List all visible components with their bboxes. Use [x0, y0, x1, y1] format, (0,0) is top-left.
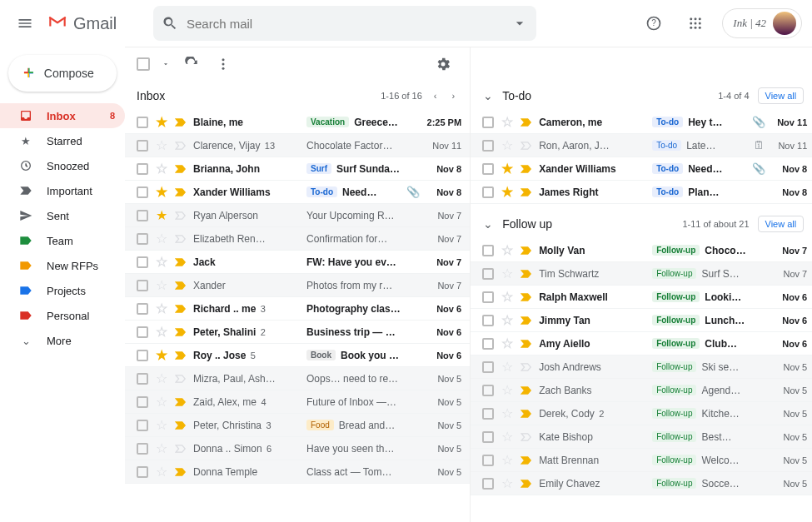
star-icon[interactable]: ☆: [501, 452, 514, 468]
mail-row[interactable]: ☆Peter, Shalini 2Business trip — H…Nov 6: [125, 321, 470, 344]
apps-icon[interactable]: [680, 8, 710, 38]
star-icon[interactable]: ☆: [155, 277, 168, 293]
mail-row[interactable]: ★Roy .. Jose 5BookBook you r…Nov 6: [125, 344, 470, 367]
star-icon[interactable]: ☆: [155, 254, 168, 270]
mail-row[interactable]: ☆Derek, Cody 2Follow-upKitche…Nov 5: [471, 402, 812, 425]
importance-icon[interactable]: [175, 350, 187, 360]
mail-row[interactable]: ☆Amy Aiello Follow-upClub…Nov 6: [471, 332, 812, 355]
mail-row[interactable]: ☆Elizabeth Ren… Confirmation for…Nov 7: [125, 227, 470, 251]
star-icon[interactable]: ☆: [501, 312, 514, 328]
importance-icon[interactable]: [521, 339, 532, 349]
star-icon[interactable]: ☆: [501, 114, 514, 130]
refresh-icon[interactable]: [182, 54, 202, 74]
sidebar-item-team[interactable]: Team: [0, 228, 125, 253]
importance-icon[interactable]: [175, 164, 187, 174]
row-checkbox[interactable]: [137, 163, 148, 175]
row-checkbox[interactable]: [482, 163, 494, 175]
row-checkbox[interactable]: [137, 466, 148, 478]
row-checkbox[interactable]: [482, 338, 494, 350]
importance-icon[interactable]: [521, 117, 532, 127]
row-checkbox[interactable]: [482, 455, 494, 466]
mail-row[interactable]: ☆Jimmy Tan Follow-upLunch…Nov 6: [471, 309, 812, 332]
search-box[interactable]: [153, 6, 536, 41]
mail-row[interactable]: ☆Jack FW: Have you ev…Nov 7: [125, 251, 470, 274]
mail-row[interactable]: ☆Brianna, John SurfSurf Sunda…Nov 8: [125, 157, 470, 181]
mail-row[interactable]: ☆Ralph Maxwell Follow-upLooki…Nov 6: [471, 286, 812, 309]
star-icon[interactable]: ☆: [155, 324, 168, 340]
row-checkbox[interactable]: [482, 117, 494, 128]
importance-icon[interactable]: [175, 234, 187, 244]
star-icon[interactable]: ☆: [155, 464, 168, 480]
mail-row[interactable]: ☆Tim Schwartz Follow-upSurf S…Nov 7: [471, 262, 812, 286]
star-icon[interactable]: ☆: [155, 137, 168, 153]
importance-icon[interactable]: [521, 164, 532, 174]
importance-icon[interactable]: [175, 257, 187, 267]
row-checkbox[interactable]: [482, 186, 494, 198]
importance-icon[interactable]: [521, 479, 532, 489]
mail-row[interactable]: ☆Molly Van Follow-upChoco…Nov 7: [471, 239, 812, 262]
gmail-logo[interactable]: Gmail: [47, 11, 130, 37]
star-icon[interactable]: ☆: [501, 137, 514, 153]
importance-icon[interactable]: [521, 432, 532, 442]
star-icon[interactable]: ☆: [501, 289, 514, 305]
mail-row[interactable]: ★Blaine, me VacationGreece…2:25 PM: [125, 111, 470, 134]
compose-button[interactable]: + Compose: [8, 55, 117, 92]
sidebar-item-starred[interactable]: ★Starred: [0, 128, 125, 153]
star-icon[interactable]: ☆: [501, 382, 514, 398]
mail-row[interactable]: ☆Zach Banks Follow-upAgend…Nov 5: [471, 379, 812, 402]
mail-row[interactable]: ☆Kate Bishop Follow-upBest…Nov 5: [471, 425, 812, 449]
importance-icon[interactable]: [175, 327, 187, 337]
mail-row[interactable]: ★Xander Williams To-doNeed…📎Nov 8: [125, 181, 470, 204]
star-icon[interactable]: ★: [155, 184, 168, 200]
star-icon[interactable]: ☆: [501, 429, 514, 445]
row-checkbox[interactable]: [482, 408, 494, 420]
importance-icon[interactable]: [175, 304, 187, 314]
importance-icon[interactable]: [175, 141, 187, 151]
row-checkbox[interactable]: [137, 117, 148, 128]
mail-row[interactable]: ☆Donna .. Simon 6Have you seen th…Nov 5: [125, 437, 470, 460]
row-checkbox[interactable]: [137, 420, 148, 431]
row-checkbox[interactable]: [482, 140, 494, 152]
mail-row[interactable]: ★Xander Williams To-doNeed…📎Nov 8: [471, 157, 812, 181]
row-checkbox[interactable]: [137, 140, 148, 152]
importance-icon[interactable]: [521, 246, 532, 256]
sidebar-item-snoozed[interactable]: Snoozed: [0, 153, 125, 178]
row-checkbox[interactable]: [137, 443, 148, 455]
settings-icon[interactable]: [428, 49, 458, 79]
star-icon[interactable]: ☆: [501, 266, 514, 281]
mail-row[interactable]: ☆Mizra, Paul, Ash… Oops… need to re…Nov …: [125, 367, 470, 390]
row-checkbox[interactable]: [482, 361, 494, 373]
importance-icon[interactable]: [521, 292, 532, 302]
importance-icon[interactable]: [175, 444, 187, 454]
search-input[interactable]: [187, 17, 511, 31]
importance-icon[interactable]: [521, 269, 532, 279]
todo-viewall[interactable]: View all: [758, 87, 805, 104]
row-checkbox[interactable]: [137, 373, 148, 385]
prev-page-icon[interactable]: ‹: [431, 89, 441, 102]
select-dropdown-icon[interactable]: [162, 60, 170, 68]
mail-row[interactable]: ☆Richard .. me 3Photography clas…Nov 6: [125, 297, 470, 321]
sidebar-item-newrfps[interactable]: New RFPs: [0, 253, 125, 278]
star-icon[interactable]: ★: [155, 207, 168, 223]
row-checkbox[interactable]: [137, 210, 148, 221]
help-icon[interactable]: ?: [639, 8, 669, 38]
mail-row[interactable]: ☆Ron, Aaron, J… To-doLate…🗓Nov 11: [471, 134, 812, 157]
sidebar-item-inbox[interactable]: Inbox8: [0, 103, 125, 128]
mail-row[interactable]: ☆Clarence, Vijay 13Chocolate Factor…Nov …: [125, 134, 470, 157]
row-checkbox[interactable]: [482, 315, 494, 326]
star-icon[interactable]: ★: [501, 161, 514, 176]
importance-icon[interactable]: [175, 467, 187, 477]
sidebar-item-important[interactable]: Important: [0, 178, 125, 203]
row-checkbox[interactable]: [137, 256, 148, 268]
mail-row[interactable]: ☆Xander Photos from my r…Nov 7: [125, 274, 470, 297]
star-icon[interactable]: ☆: [155, 417, 168, 433]
star-icon[interactable]: ☆: [155, 394, 168, 410]
mail-row[interactable]: ☆Zaid, Alex, me 4Future of Inbox —…Nov 5: [125, 390, 470, 414]
row-checkbox[interactable]: [482, 268, 494, 280]
star-icon[interactable]: ☆: [155, 301, 168, 316]
sidebar-item-projects[interactable]: Projects: [0, 278, 125, 303]
importance-icon[interactable]: [521, 316, 532, 326]
next-page-icon[interactable]: ›: [448, 89, 458, 102]
row-checkbox[interactable]: [482, 385, 494, 396]
sidebar-item-personal[interactable]: Personal: [0, 303, 125, 328]
